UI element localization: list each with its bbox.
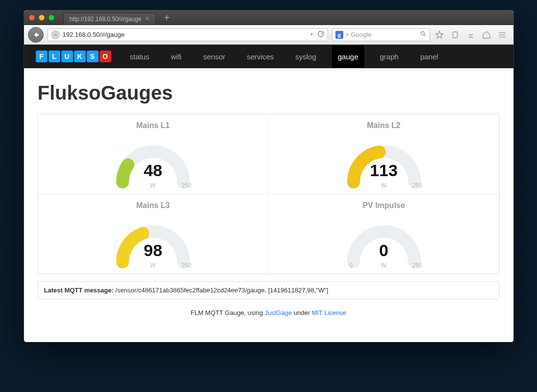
gauge-value: 48	[104, 161, 202, 180]
browser-tab[interactable]: http://192.168.0.50/#/gauge ✕	[63, 13, 156, 25]
reload-button[interactable]	[317, 30, 325, 39]
svg-point-0	[421, 31, 424, 35]
gauge-max: 250	[412, 182, 422, 189]
maximize-icon[interactable]	[49, 15, 54, 21]
gauge-min: 0	[119, 262, 122, 269]
home-icon[interactable]	[482, 30, 491, 39]
app-navbar: FLUKSO statuswifisensorservicessysloggau…	[24, 45, 513, 68]
gauge-min: 0	[119, 182, 122, 189]
back-button[interactable]	[28, 27, 44, 43]
browser-toolbar: 192.168.0.50/#/gauge ▼ g ▾ Google	[24, 25, 513, 45]
download-icon[interactable]	[466, 30, 475, 39]
gauge-cell: Mains L2 113 W 0 250	[269, 114, 499, 194]
gauge-max: 250	[181, 262, 191, 269]
gauge-widget: 98 W 0 250	[104, 213, 202, 270]
gauge-value: 98	[104, 241, 202, 260]
gauge-widget: 48 W 0 250	[104, 133, 202, 190]
gauge-title: Mains L2	[367, 121, 400, 130]
globe-icon	[51, 30, 60, 39]
close-tab-icon[interactable]: ✕	[145, 16, 150, 22]
nav-services[interactable]: services	[241, 46, 280, 68]
svg-rect-1	[453, 32, 457, 38]
dropdown-icon[interactable]: ▾	[346, 32, 348, 37]
clipboard-icon[interactable]	[451, 30, 460, 39]
menu-icon[interactable]	[498, 30, 507, 39]
page-body: FLUKSO statuswifisensorservicessysloggau…	[24, 45, 513, 342]
minimize-icon[interactable]	[39, 15, 45, 21]
toolbar-icons	[434, 30, 510, 39]
gauge-max: 250	[412, 262, 422, 269]
search-icon[interactable]	[420, 30, 427, 39]
search-input[interactable]: g ▾ Google	[332, 28, 430, 41]
gauge-title: PV Impulse	[362, 201, 405, 210]
gauge-widget: 113 W 0 250	[335, 133, 433, 190]
gauge-value: 113	[335, 161, 433, 180]
brand-logo[interactable]: FLUKSO	[33, 49, 114, 64]
search-placeholder: Google	[351, 31, 372, 38]
gauge-widget: 0 W 0 250	[335, 213, 433, 270]
url-text: 192.168.0.50/#/gauge	[63, 31, 125, 38]
gauge-min: 0	[350, 182, 353, 189]
mqtt-value: /sensor/c486171ab3865fec2ffabe12cd24ee73…	[114, 287, 329, 294]
gauge-title: Mains L1	[136, 121, 170, 130]
gauge-grid: Mains L1 48 W 0 250 Mains L2 113 W 0 250…	[38, 114, 500, 274]
mqtt-label: Latest MQTT message:	[44, 287, 114, 294]
nav-wifi[interactable]: wifi	[165, 46, 188, 68]
gauge-cell: Mains L1 48 W 0 250	[38, 114, 269, 194]
footer-link-justgage[interactable]: JustGage	[265, 309, 292, 316]
browser-window: http://192.168.0.50/#/gauge ✕ + 192.168.…	[24, 10, 514, 342]
gauge-min: 0	[350, 262, 353, 269]
dropdown-icon[interactable]: ▼	[310, 32, 314, 37]
arrow-left-icon	[32, 31, 40, 39]
mqtt-panel: Latest MQTT message: /sensor/c486171ab38…	[38, 281, 500, 299]
gauge-value: 0	[335, 241, 433, 260]
address-bar[interactable]: 192.168.0.50/#/gauge ▼	[48, 28, 328, 41]
tab-title: http://192.168.0.50/#/gauge	[70, 16, 142, 23]
close-icon[interactable]	[29, 15, 35, 21]
google-icon: g	[335, 31, 343, 39]
footer-link-mit[interactable]: MIT License	[312, 309, 347, 316]
nav-status[interactable]: status	[124, 46, 155, 68]
gauge-cell: PV Impulse 0 W 0 250	[269, 194, 499, 274]
gauge-title: Mains L3	[136, 201, 170, 210]
star-icon[interactable]	[435, 30, 444, 39]
new-tab-button[interactable]: +	[160, 13, 174, 23]
page-title: FluksoGauges	[38, 82, 500, 104]
titlebar: http://192.168.0.50/#/gauge ✕ +	[24, 10, 513, 25]
nav-sensor[interactable]: sensor	[197, 46, 231, 68]
gauge-cell: Mains L3 98 W 0 250	[38, 194, 269, 274]
nav-syslog[interactable]: syslog	[289, 46, 322, 68]
nav-graph[interactable]: graph	[374, 46, 405, 68]
nav-gauge[interactable]: gauge	[332, 46, 364, 68]
footer: FLM MQTT Gauge, using JustGage under MIT…	[38, 299, 500, 330]
nav-panel[interactable]: panel	[414, 46, 444, 68]
gauge-max: 250	[181, 182, 191, 189]
